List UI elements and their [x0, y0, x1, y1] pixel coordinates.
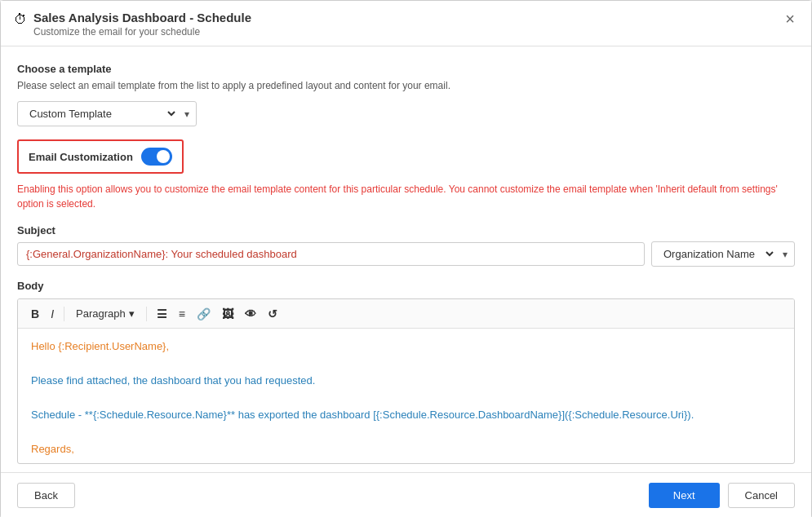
schedule-dialog: ⏱ Sales Analysis Dashboard - Schedule Cu… — [0, 0, 812, 517]
italic-button[interactable]: I — [46, 305, 59, 323]
toggle-slider — [141, 148, 172, 166]
dialog-header: ⏱ Sales Analysis Dashboard - Schedule Cu… — [1, 1, 811, 46]
next-button[interactable]: Next — [649, 483, 720, 508]
dialog-title: Sales Analysis Dashboard - Schedule — [33, 11, 251, 24]
preview-button[interactable]: 👁 — [240, 305, 261, 323]
back-button[interactable]: Back — [17, 483, 75, 508]
header-left: ⏱ Sales Analysis Dashboard - Schedule Cu… — [14, 11, 251, 38]
close-button[interactable]: × — [782, 11, 798, 27]
editor-line-4 — [31, 391, 781, 404]
schedule-icon: ⏱ — [14, 12, 27, 27]
cancel-button[interactable]: Cancel — [728, 483, 795, 508]
subject-input[interactable] — [17, 242, 645, 266]
template-section-label: Choose a template — [17, 63, 795, 75]
subject-row: Organization Name ▾ — [17, 241, 795, 267]
org-name-dropdown-arrow: ▾ — [776, 249, 794, 260]
email-customization-toggle[interactable] — [141, 148, 172, 166]
toolbar-divider-2 — [146, 307, 147, 321]
dialog-subtitle: Customize the email for your schedule — [33, 26, 251, 38]
template-select-wrapper[interactable]: Custom Template ▾ — [17, 101, 197, 126]
paragraph-arrow: ▾ — [129, 307, 135, 320]
email-customization-label: Email Customization — [29, 151, 133, 163]
editor-line-6 — [31, 426, 781, 438]
editor-line-1: Hello {:Recipient.UserName}, — [31, 340, 781, 352]
toolbar-divider-1 — [64, 307, 64, 321]
editor-line-5: Schedule - **{:Schedule.Resource.Name}**… — [31, 409, 781, 421]
info-text-part1: Enabling this option allows you to custo… — [17, 183, 658, 195]
title-group: Sales Analysis Dashboard - Schedule Cust… — [33, 11, 251, 38]
footer-right: Next Cancel — [649, 483, 795, 508]
customization-info: Enabling this option allows you to custo… — [17, 182, 795, 211]
info-text-highlight: Inherit default from settings — [658, 183, 776, 195]
org-name-select[interactable]: Organization Name — [652, 242, 776, 266]
template-section-desc: Please select an email template from the… — [17, 80, 795, 91]
editor-line-2 — [31, 357, 781, 369]
editor-line-3: Please find attached, the dashboard that… — [31, 374, 781, 387]
template-select-arrow: ▾ — [178, 108, 196, 120]
editor-line-7: Regards, — [31, 443, 781, 455]
dialog-footer: Back Next Cancel — [1, 472, 811, 517]
body-label: Body — [17, 280, 795, 292]
subject-label: Subject — [17, 224, 795, 236]
bold-button[interactable]: B — [26, 305, 44, 323]
email-customization-box: Email Customization — [17, 139, 184, 174]
undo-button[interactable]: ↺ — [263, 305, 282, 323]
template-select[interactable]: Custom Template — [18, 102, 178, 126]
image-button[interactable]: 🖼 — [217, 305, 238, 323]
editor-toolbar: B I Paragraph ▾ ☰ ≡ 🔗 🖼 👁 ↺ — [18, 299, 794, 329]
editor-outer: Hello {:Recipient.UserName}, Please find… — [18, 329, 794, 463]
link-button[interactable]: 🔗 — [192, 305, 215, 323]
editor-wrapper: B I Paragraph ▾ ☰ ≡ 🔗 🖼 👁 ↺ Hello {:Reci… — [17, 298, 795, 464]
dialog-body: Choose a template Please select an email… — [1, 46, 811, 472]
ordered-list-button[interactable]: ☰ — [152, 305, 172, 323]
paragraph-dropdown-button[interactable]: Paragraph ▾ — [69, 304, 141, 323]
unordered-list-button[interactable]: ≡ — [174, 305, 190, 323]
org-name-select-wrapper[interactable]: Organization Name ▾ — [651, 241, 795, 267]
paragraph-label: Paragraph — [76, 307, 126, 320]
editor-content[interactable]: Hello {:Recipient.UserName}, Please find… — [18, 329, 794, 463]
